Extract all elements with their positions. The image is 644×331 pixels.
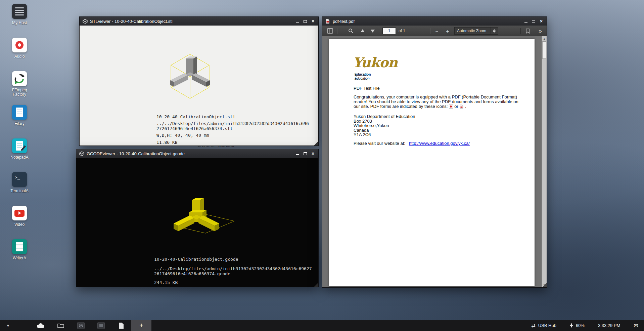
taskbar-app-pdfviewer[interactable]: [111, 320, 131, 331]
maximize-button[interactable]: [303, 151, 308, 156]
bookmark-button[interactable]: [523, 27, 532, 35]
battery-indicator[interactable]: 60%: [570, 323, 585, 328]
sidebar-toggle-button[interactable]: [326, 27, 334, 35]
gcode-filesize: 244.15 KB: [154, 280, 178, 285]
scroll-up-icon[interactable]: ▴: [542, 36, 547, 41]
vertical-scrollbar[interactable]: ▴ ▾: [542, 36, 547, 287]
desktop-icon-label: WriterA: [13, 256, 26, 260]
stl-3d-viewport[interactable]: [80, 26, 318, 110]
search-button[interactable]: [347, 27, 355, 35]
close-button[interactable]: ×: [310, 18, 316, 24]
audio-icon: [12, 38, 27, 52]
minimize-button[interactable]: [295, 151, 300, 156]
stl-dimensions: W,D,H: 40, 40, 40 mm: [156, 133, 209, 138]
page-count-label: of 1: [399, 29, 405, 33]
gcode-filepath-line2: 26174696f6e4f626a656374.gcode: [154, 271, 230, 276]
usb-hub-indicator[interactable]: ⇄ USB Hub: [531, 323, 556, 329]
notepad-icon: [12, 138, 27, 153]
mail-icon[interactable]: ✉: [634, 323, 638, 329]
pdf-titlebar[interactable]: pdf-test.pdf ×: [322, 17, 547, 26]
taskbar-app-cloud[interactable]: [31, 320, 51, 331]
desktop-icon-label: My Host: [12, 21, 27, 25]
clock[interactable]: 3:33:29 PM: [598, 323, 620, 328]
address-line: Yukon Department of Education: [354, 114, 415, 119]
desktop-icon-label: TerminalA: [10, 189, 28, 193]
desktop-icon-audio[interactable]: Audio: [4, 38, 35, 71]
gcode-window-title: GCODEviewer - 10-20-40-CalibrationObject…: [87, 151, 295, 156]
acrobat-icon: [449, 105, 453, 109]
next-page-button[interactable]: [368, 27, 377, 35]
doc-heading: PDF Test File: [354, 86, 380, 91]
zoom-select-arrows-icon: [491, 28, 496, 34]
gcode-titlebar[interactable]: GCODEviewer - 10-20-40-CalibrationObject…: [76, 149, 318, 158]
desktop-icons: My Host Audio FFmpeg Factory Filary: [4, 4, 35, 273]
maximize-button[interactable]: [303, 18, 308, 24]
doc-paragraph-line3: our site. PDF forms are indicated by the…: [354, 104, 466, 109]
taskbar-chevron-button[interactable]: ▼: [0, 320, 16, 331]
power-bolt-icon: [570, 323, 573, 328]
video-icon: [12, 206, 27, 220]
desktop-icon-notepada[interactable]: NotepadA: [4, 138, 35, 172]
desktop-icon-my-host[interactable]: My Host: [4, 4, 35, 38]
taskbar-app-gcodeviewer[interactable]: [91, 320, 111, 331]
zoom-out-button[interactable]: −: [432, 27, 441, 35]
resize-grip[interactable]: [314, 283, 318, 287]
gcode-model: [174, 198, 219, 231]
gcode-filepath-line1: ../../Desktop/files/admin/inith31302d323…: [154, 266, 312, 271]
zoom-in-button[interactable]: +: [443, 27, 452, 35]
taskbar-app-files[interactable]: [51, 320, 71, 331]
previous-page-button[interactable]: [358, 27, 367, 35]
stl-filename: 10-20-40-CalibrationObject.stl: [156, 114, 235, 119]
gcode-3d-viewport[interactable]: [76, 158, 318, 249]
desktop-icon-writera[interactable]: WriterA: [4, 239, 35, 273]
resize-grip[interactable]: [314, 141, 318, 146]
filary-icon: [12, 105, 27, 120]
zoom-select-value: Automatic Zoom: [457, 29, 486, 33]
close-button[interactable]: ×: [310, 151, 316, 156]
stl-filepath-line2: 2726174696f6e4f626a656374.stl: [156, 126, 233, 131]
minimize-button[interactable]: [523, 18, 528, 24]
taskbar-app-stlviewer[interactable]: [71, 320, 91, 331]
cube-app-icon: [83, 19, 88, 24]
stl-content: 10-20-40-CalibrationObject.stl ../../Des…: [80, 26, 318, 146]
taskbar: ▼ + ⇄ USB Hub 60% 3:33:29 PM: [0, 320, 644, 331]
website-link[interactable]: http://www.education.gov.yk.ca/: [409, 141, 470, 146]
pdf-window-title: pdf-test.pdf: [333, 19, 523, 24]
toolbar-more-button[interactable]: »: [536, 27, 545, 35]
terminal-icon: >_: [12, 172, 27, 187]
usb-arrows-icon: ⇄: [531, 323, 536, 329]
stl-titlebar[interactable]: STLviewer - 10-20-40-CalibrationObject.s…: [80, 17, 318, 26]
stl-filesize: 11.86 KB: [156, 140, 178, 145]
desktop-icon-ffmpeg-factory[interactable]: FFmpeg Factory: [4, 71, 35, 105]
minimize-button[interactable]: [295, 18, 300, 24]
doc-paragraph-line2: reader! You should be able to view any o…: [354, 99, 518, 104]
chevron-down-icon: ▼: [6, 324, 10, 328]
website-line: Please visit our website at: http://www.…: [354, 141, 470, 146]
zoom-select[interactable]: Automatic Zoom: [454, 27, 498, 35]
maximize-button[interactable]: [531, 18, 536, 24]
battery-percent: 60%: [576, 323, 585, 328]
desktop-icon-video[interactable]: Video: [4, 206, 35, 239]
desktop-icon-label: Audio: [14, 54, 25, 59]
layers-icon: [99, 324, 103, 328]
desktop-icon-terminala[interactable]: >_ TerminalA: [4, 172, 35, 206]
scrollbar-thumb[interactable]: [542, 41, 546, 59]
close-button[interactable]: ×: [539, 18, 544, 24]
usb-hub-label: USB Hub: [538, 323, 556, 328]
gcode-filename: 10-20-40-CalibrationObject.gcode: [154, 257, 238, 262]
cube-app-icon: [79, 151, 84, 156]
pdf-app-icon: [325, 19, 330, 24]
pdf-file-icon: [460, 105, 464, 109]
folder-icon: [57, 323, 64, 328]
desktop-icon-filary[interactable]: Filary: [4, 105, 35, 138]
address-line: Y1A 2C6: [354, 132, 371, 137]
taskbar-add-button[interactable]: +: [131, 320, 151, 331]
pdf-toolbar: of 1 − + Automatic Zoom »: [322, 26, 547, 36]
cloud-icon: [36, 323, 45, 329]
stl-viewer-window: STLviewer - 10-20-40-CalibrationObject.s…: [79, 16, 319, 146]
pdf-viewer-window: pdf-test.pdf × of 1 −: [322, 16, 547, 288]
page-number-input[interactable]: [382, 28, 396, 34]
desktop-icon-label: Video: [14, 222, 25, 227]
resize-grip[interactable]: [542, 283, 547, 287]
yukon-logo-subtitle-en: Education: [355, 73, 371, 76]
